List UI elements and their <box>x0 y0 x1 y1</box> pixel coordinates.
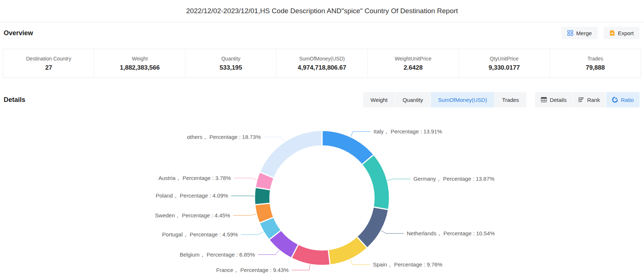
overview-stats-card: Destination Country27Weight1,882,383,566… <box>3 49 641 78</box>
metric-tab-group: WeightQuantitySumOfMoney(USD)Trades <box>363 92 526 107</box>
slice-label-belgium: Belgium， Percentage : 6.85% <box>180 251 255 258</box>
view-button-label: Details <box>550 97 567 103</box>
details-controls: WeightQuantitySumOfMoney(USD)Trades Deta… <box>363 92 640 107</box>
slice-label-netherlands: Netherlands， Percentage : 10.54% <box>407 230 495 236</box>
slice-poland[interactable] <box>255 187 271 205</box>
export-button[interactable]: Export <box>604 27 640 39</box>
leader-line-poland <box>231 196 255 196</box>
stat-value: 2.6428 <box>403 64 422 71</box>
stat-label: Quantity <box>221 56 240 62</box>
stat-quantity: Quantity533,195 <box>185 49 276 78</box>
view-button-details[interactable]: Details <box>535 92 572 107</box>
leader-line-belgium <box>258 250 279 254</box>
leader-line-germany <box>387 179 410 180</box>
slice-label-others: others， Percentage : 18.73% <box>187 134 261 140</box>
report-page: 2022/12/02-2023/12/01,HS Code Descriptio… <box>0 0 644 276</box>
slice-label-france: France， Percentage : 9.43% <box>216 267 289 273</box>
slice-label-germany: Germany， Percentage : 13.87% <box>413 176 494 182</box>
slice-label-poland: Poland， Percentage : 4.09% <box>155 192 228 199</box>
details-heading: Details <box>4 96 25 104</box>
leader-line-spain <box>350 260 370 265</box>
stat-label: Weight <box>132 56 147 62</box>
view-button-label: Ratio <box>621 97 634 103</box>
stat-value: 27 <box>45 64 52 71</box>
slice-label-italy: Italy， Percentage : 13.91% <box>374 128 442 135</box>
details-header: Details WeightQuantitySumOfMoney(USD)Tra… <box>4 92 640 107</box>
stat-label: Destination Country <box>26 56 71 62</box>
tab-weight[interactable]: Weight <box>363 92 395 107</box>
leader-line-netherlands <box>381 231 404 233</box>
export-button-label: Export <box>618 30 634 36</box>
stat-trades: Trades79,888 <box>550 49 641 78</box>
leader-line-others <box>264 137 285 142</box>
donut-chart: Italy， Percentage : 13.91%Germany， Perce… <box>0 108 644 276</box>
overview-heading: Overview <box>4 29 33 37</box>
stat-value: 79,888 <box>586 64 605 71</box>
leader-line-france <box>292 264 310 270</box>
donut-icon <box>612 97 618 103</box>
stat-label: Trades <box>588 56 603 62</box>
stat-value: 533,195 <box>220 64 242 71</box>
view-button-ratio[interactable]: Ratio <box>606 92 640 107</box>
overview-header: Overview Merge Export <box>4 26 640 40</box>
merge-button[interactable]: Merge <box>561 27 598 39</box>
slice-spain[interactable] <box>328 236 367 265</box>
slice-others[interactable] <box>260 130 322 178</box>
stat-weight: Weight1,882,383,566 <box>94 49 185 78</box>
tab-trades[interactable]: Trades <box>494 92 526 107</box>
slice-label-spain: Spain， Percentage : 9.76% <box>373 261 442 268</box>
stat-value: 4,974,718,806.67 <box>298 64 346 71</box>
rank-icon <box>579 97 584 102</box>
tab-quantity[interactable]: Quantity <box>395 92 431 107</box>
slice-germany[interactable] <box>362 155 389 210</box>
slice-label-austria: Austria， Percentage : 3.78% <box>158 175 231 181</box>
stat-label: SumOfMoney(USD) <box>299 56 345 62</box>
merge-button-label: Merge <box>576 30 592 36</box>
table-icon <box>541 97 547 102</box>
merge-icon <box>567 30 573 36</box>
slice-label-portugal: Portugal， Percentage : 4.59% <box>162 231 238 238</box>
view-button-rank[interactable]: Rank <box>572 92 606 107</box>
slice-italy[interactable] <box>322 130 374 165</box>
export-icon <box>610 30 615 36</box>
stat-qtyunitprice: QtyUnitPrice9,330.0177 <box>458 49 549 78</box>
stat-value: 1,882,383,566 <box>120 64 160 71</box>
stat-label: QtyUnitPrice <box>490 56 519 62</box>
stat-sumofmoney-usd: SumOfMoney(USD)4,974,718,806.67 <box>276 49 367 78</box>
leader-line-sweden <box>233 214 257 216</box>
leader-line-portugal <box>241 232 264 235</box>
stat-weightunitprice: WeightUnitPrice2.6428 <box>367 49 458 78</box>
view-button-group: DetailsRankRatio <box>535 92 640 107</box>
header-buttons: Merge Export <box>561 27 640 39</box>
stat-destination-country: Destination Country27 <box>3 49 94 78</box>
stat-value: 9,330.0177 <box>489 64 520 71</box>
slice-label-sweden: Sweden， Percentage : 4.45% <box>155 212 230 218</box>
page-title: 2022/12/02-2023/12/01,HS Code Descriptio… <box>186 7 458 15</box>
stat-label: WeightUnitPrice <box>395 56 431 62</box>
view-button-label: Rank <box>587 97 600 103</box>
title-bar: 2022/12/02-2023/12/01,HS Code Descriptio… <box>0 0 644 22</box>
leader-line-austria <box>234 178 257 180</box>
tab-sumofmoney-usd[interactable]: SumOfMoney(USD) <box>431 92 494 107</box>
leader-line-italy <box>351 132 371 137</box>
